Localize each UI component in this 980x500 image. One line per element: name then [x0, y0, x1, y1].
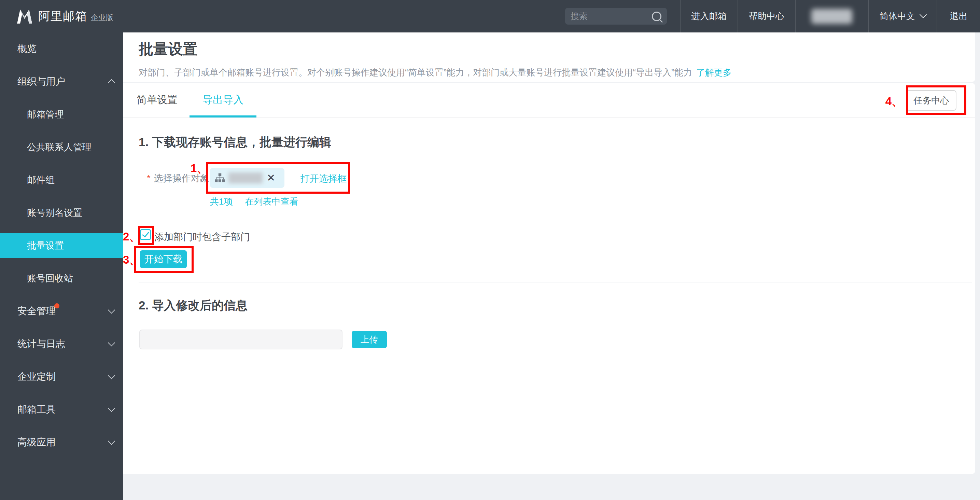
sidebar-item-alias-settings[interactable]: 账号别名设置 [0, 196, 123, 229]
enter-mailbox-label: 进入邮箱 [692, 10, 727, 22]
sidebar-item-label: 企业定制 [18, 370, 56, 383]
sidebar-item-label: 邮箱管理 [27, 108, 64, 121]
sidebar-item-enterprise-customization[interactable]: 企业定制 [0, 360, 123, 393]
annotation-number-3: 3、 [123, 252, 140, 268]
sidebar: 概览 组织与用户 邮箱管理 公共联系人管理 邮件组 账号别名设置 批量设置 账号… [0, 32, 123, 500]
topbar-right: 进入邮箱 帮助中心 简体中文 退出 [565, 0, 980, 32]
sidebar-item-org-users[interactable]: 组织与用户 [0, 65, 123, 98]
sidebar-item-mailbox-tools[interactable]: 邮箱工具 [0, 393, 123, 426]
sidebar-item-label: 安全管理 [18, 305, 56, 318]
page-header-card: 批量设置 对部门、子部门或单个邮箱账号进行设置。对个别账号操作建议使用“简单设置… [123, 32, 975, 82]
sidebar-item-security-management[interactable]: 安全管理 [0, 295, 123, 328]
view-in-list-link[interactable]: 在列表中查看 [245, 196, 298, 207]
language-selector[interactable]: 简体中文 [868, 0, 937, 32]
logout-label: 退出 [950, 10, 968, 22]
sidebar-item-label: 邮件组 [27, 174, 55, 186]
include-subdepartments-label[interactable]: 添加部门时包含子部门 [154, 231, 250, 244]
page-title: 批量设置 [138, 39, 197, 59]
task-center-label: 任务中心 [914, 95, 949, 107]
content-card: 简单设置 导出导入 任务中心 4、 1. 下载现存账号信息，批量进行编辑 *选择… [123, 83, 975, 474]
chevron-down-icon [108, 339, 115, 346]
sidebar-item-mail-groups[interactable]: 邮件组 [0, 164, 123, 196]
sidebar-item-label: 批量设置 [27, 239, 64, 252]
tab-label: 简单设置 [137, 93, 178, 107]
tab-export-import[interactable]: 导出导入 [189, 83, 256, 118]
search-icon[interactable] [652, 12, 662, 21]
learn-more-link[interactable]: 了解更多 [696, 67, 732, 78]
chevron-down-icon [920, 11, 927, 18]
selection-count-row: 共1项在列表中查看 [210, 196, 298, 208]
account-name-redacted [811, 9, 852, 24]
brand[interactable]: 阿里邮箱 企业版 [16, 8, 113, 24]
brand-name: 阿里邮箱 [38, 8, 88, 24]
topbar: 阿里邮箱 企业版 进入邮箱 帮助中心 简体中文 退出 [0, 0, 980, 32]
chevron-up-icon [108, 79, 115, 86]
sidebar-item-label: 组织与用户 [18, 75, 65, 88]
sidebar-item-advanced-apps[interactable]: 高级应用 [0, 426, 123, 459]
sidebar-item-stats-logs[interactable]: 统计与日志 [0, 328, 123, 360]
logout-button[interactable]: 退出 [937, 0, 980, 32]
notification-dot [54, 303, 59, 308]
account-menu[interactable] [795, 0, 868, 32]
search-box[interactable] [565, 8, 667, 25]
help-center-button[interactable]: 帮助中心 [738, 0, 795, 32]
section1-heading: 1. 下载现存账号信息，批量进行编辑 [138, 134, 331, 150]
include-subdepartments-checkbox[interactable] [140, 229, 151, 240]
annotation-number-2: 2、 [123, 229, 140, 245]
tab-simple-settings[interactable]: 简单设置 [137, 83, 178, 118]
sidebar-item-label: 概览 [18, 42, 37, 55]
annotation-number-4: 4、 [885, 94, 903, 109]
tab-bar: 简单设置 导出导入 [123, 83, 975, 118]
chevron-down-icon [108, 438, 115, 445]
selection-count: 共1项 [210, 196, 232, 207]
upload-file-input[interactable] [139, 330, 342, 349]
start-download-label: 开始下载 [145, 253, 183, 266]
annotation-number-1: 1、 [191, 161, 208, 176]
department-name-redacted [228, 172, 262, 183]
sidebar-item-label: 统计与日志 [18, 338, 65, 350]
main-content: 批量设置 对部门、子部门或单个邮箱账号进行设置。对个别账号操作建议使用“简单设置… [123, 32, 980, 500]
start-download-button[interactable]: 开始下载 [140, 250, 187, 268]
language-label: 简体中文 [880, 10, 915, 22]
sidebar-item-label: 高级应用 [18, 436, 56, 449]
sidebar-item-label: 账号回收站 [27, 272, 73, 285]
page-description: 对部门、子部门或单个邮箱账号进行设置。对个别账号操作建议使用“简单设置”能力，对… [138, 67, 732, 78]
section2-heading: 2. 导入修改后的信息 [138, 298, 248, 314]
enter-mailbox-button[interactable]: 进入邮箱 [680, 0, 738, 32]
chip-remove-icon[interactable]: ✕ [267, 173, 275, 183]
sidebar-item-label: 公共联系人管理 [27, 141, 92, 153]
tab-label: 导出导入 [202, 93, 243, 107]
sidebar-item-batch-settings[interactable]: 批量设置 [0, 229, 123, 262]
help-center-label: 帮助中心 [749, 10, 784, 22]
search-input[interactable] [571, 11, 652, 21]
search-wrap [565, 0, 680, 32]
sidebar-item-label: 邮箱工具 [18, 403, 56, 416]
upload-label: 上传 [361, 334, 378, 346]
brand-edition: 企业版 [91, 13, 113, 23]
sidebar-item-overview[interactable]: 概览 [0, 32, 123, 65]
sidebar-item-mailbox-management[interactable]: 邮箱管理 [0, 98, 123, 131]
alimail-logo-icon [16, 8, 33, 24]
sidebar-item-account-recycle-bin[interactable]: 账号回收站 [0, 262, 123, 295]
task-center-button[interactable]: 任务中心 [906, 90, 956, 111]
sidebar-item-public-contacts[interactable]: 公共联系人管理 [0, 131, 123, 164]
upload-button[interactable]: 上传 [352, 331, 387, 348]
selected-department-chip[interactable]: ✕ [210, 168, 285, 188]
page-description-text: 对部门、子部门或单个邮箱账号进行设置。对个别账号操作建议使用“简单设置”能力，对… [138, 67, 692, 78]
chevron-down-icon [108, 372, 115, 379]
open-selector-link[interactable]: 打开选择框 [301, 172, 347, 185]
org-tree-icon [215, 173, 225, 183]
section-divider [138, 282, 972, 282]
chevron-down-icon [108, 405, 115, 412]
required-asterisk: * [147, 173, 151, 183]
sidebar-item-label: 账号别名设置 [27, 207, 82, 219]
chevron-down-icon [108, 306, 115, 314]
